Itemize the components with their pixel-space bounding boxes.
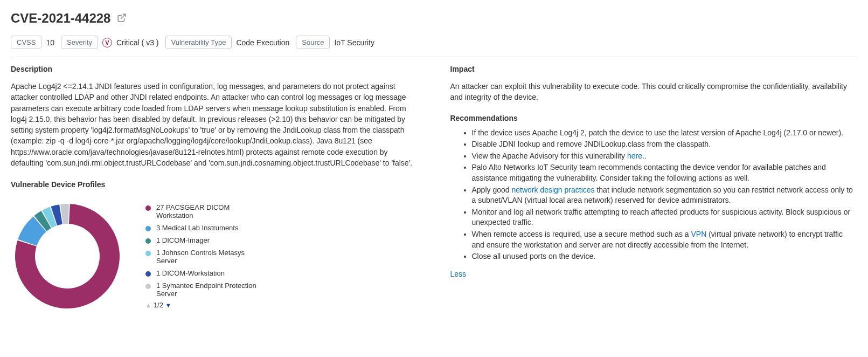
recommendations-heading: Recommendations: [450, 114, 858, 122]
cvss-badge[interactable]: CVSS: [11, 36, 41, 49]
legend-dot-icon: [145, 251, 151, 256]
rec-item: Close all unused ports on the device.: [472, 251, 858, 262]
cvss-value: 10: [46, 38, 54, 47]
legend-dot-icon: [145, 284, 151, 289]
rec-item: View the Apache Advisory for this vulner…: [472, 151, 858, 162]
rec-item: Disable JDNI lookup and remove JNDILooku…: [472, 139, 858, 150]
legend-dot-icon: [145, 226, 151, 231]
description-heading: Description: [11, 65, 418, 73]
severity-value: Critical ( v3 ): [116, 38, 159, 47]
impact-heading: Impact: [450, 65, 858, 73]
legend: 27 PACSGEAR DICOM Workstation3 Medical L…: [145, 203, 259, 298]
recommendations-list: If the device uses Apache Log4j 2, patch…: [450, 128, 858, 262]
source-badge[interactable]: Source: [296, 36, 330, 49]
svg-line-0: [121, 14, 126, 18]
vuln-type-badge[interactable]: Vulnerability Type: [165, 36, 232, 49]
severity-badge[interactable]: Severity: [61, 36, 98, 49]
content: Description Apache Log4j2 <=2.14.1 JNDI …: [11, 65, 857, 313]
profiles-area: 27 PACSGEAR DICOM Workstation3 Medical L…: [11, 200, 418, 313]
legend-item[interactable]: 1 Symantec Endpoint Protection Server: [145, 282, 259, 298]
badge-row: CVSS 10 Severity V Critical ( v3 ) Vulne…: [11, 36, 857, 57]
rec-item: When remote access is required, use a se…: [472, 229, 858, 250]
right-column: Impact An attacker can exploit this vuln…: [450, 65, 858, 313]
profiles-heading: Vulnerable Device Profiles: [11, 180, 418, 189]
legend-label: 1 DICOM-Workstation: [156, 269, 225, 277]
legend-label: 27 PACSGEAR DICOM Workstation: [156, 203, 259, 219]
source-value: IoT Security: [334, 38, 374, 47]
network-design-link[interactable]: network design practices: [511, 186, 594, 194]
vuln-type-badge-group: Vulnerability Type Code Execution: [165, 36, 290, 49]
legend-container: 27 PACSGEAR DICOM Workstation3 Medical L…: [145, 203, 259, 309]
vpn-link[interactable]: VPN: [691, 230, 706, 238]
description-text: Apache Log4j2 <=2.14.1 JNDI features use…: [11, 81, 418, 168]
legend-pager: ▲ 1/2 ▼: [145, 301, 259, 309]
legend-label: 1 DICOM-Imager: [156, 236, 210, 244]
legend-dot-icon: [145, 205, 151, 211]
legend-label: 1 Symantec Endpoint Protection Server: [156, 282, 259, 298]
legend-item[interactable]: 1 Johnson Controls Metasys Server: [145, 249, 259, 265]
less-toggle[interactable]: Less: [450, 270, 467, 278]
header: CVE-2021-44228: [11, 11, 857, 26]
legend-label: 1 Johnson Controls Metasys Server: [156, 249, 259, 265]
legend-dot-icon: [145, 271, 151, 277]
rec-item: Monitor and log all network traffic atte…: [472, 207, 858, 228]
legend-item[interactable]: 1 DICOM-Imager: [145, 236, 259, 244]
legend-label: 3 Medical Lab Instruments: [156, 224, 238, 232]
legend-item[interactable]: 1 DICOM-Workstation: [145, 269, 259, 277]
impact-text: An attacker can exploit this vulnerabili…: [450, 81, 858, 103]
vuln-type-value: Code Execution: [236, 38, 289, 47]
source-badge-group: Source IoT Security: [296, 36, 374, 49]
cvss-badge-group: CVSS 10: [11, 36, 54, 49]
rec-item: Apply good network design practices that…: [472, 185, 858, 206]
external-link-icon[interactable]: [117, 13, 127, 24]
rec-item: If the device uses Apache Log4j 2, patch…: [472, 128, 858, 139]
legend-dot-icon: [145, 238, 151, 244]
donut-chart: [11, 200, 124, 313]
advisory-link[interactable]: here.: [627, 152, 644, 160]
rec-item: Palo Alto Networks IoT Security team rec…: [472, 162, 858, 183]
legend-item[interactable]: 27 PACSGEAR DICOM Workstation: [145, 203, 259, 219]
severity-v-icon: V: [102, 38, 112, 47]
pager-next-icon[interactable]: ▼: [165, 302, 171, 308]
page-title: CVE-2021-44228: [11, 11, 110, 26]
pager-text: 1/2: [154, 301, 163, 309]
left-column: Description Apache Log4j2 <=2.14.1 JNDI …: [11, 65, 418, 313]
severity-badge-group: Severity V Critical ( v3 ): [61, 36, 159, 49]
legend-item[interactable]: 3 Medical Lab Instruments: [145, 224, 259, 232]
pager-prev-icon: ▲: [145, 302, 151, 308]
